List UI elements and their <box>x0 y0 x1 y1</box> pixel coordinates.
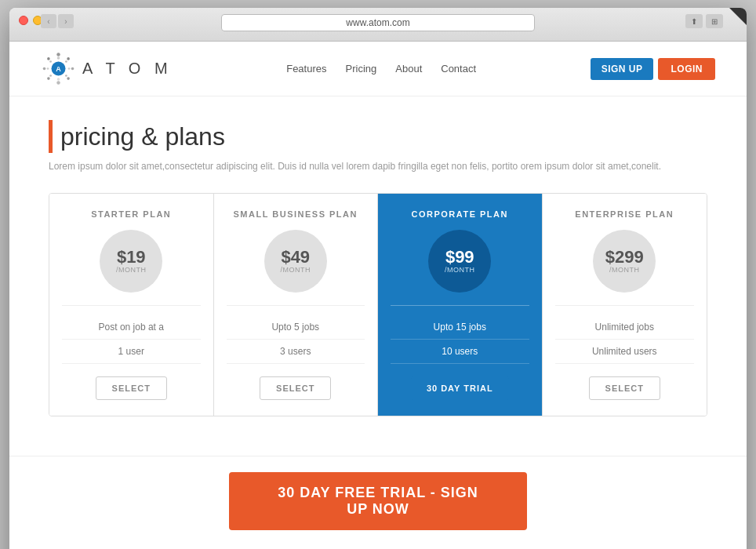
page-subtitle: Lorem ipsum dolor sit amet,consectetur a… <box>49 159 707 174</box>
page-title: pricing & plans <box>60 122 225 151</box>
svg-point-0 <box>56 53 60 56</box>
plan-corporate: CORPORATE PLAN $99 /MONTH Upto 15 jobs 1… <box>378 194 543 416</box>
browser-nav-arrows: ‹ › <box>41 14 74 28</box>
svg-text:A: A <box>56 65 61 73</box>
svg-point-10 <box>68 67 71 70</box>
plans-container: STARTER PLAN $19 /MONTH Post on job at a… <box>49 193 707 416</box>
logo-area: A A T O M <box>41 51 173 86</box>
plan-starter-feature-1: 1 user <box>62 340 201 364</box>
plan-enterprise-period: /MONTH <box>609 266 640 274</box>
pricing-section: pricing & plans Lorem ipsum dolor sit am… <box>9 96 747 456</box>
cta-button[interactable]: 30 DAY FREE TRIAL - SIGN UP NOW <box>229 472 527 530</box>
nav-links: Features Pricing About Contact <box>286 63 476 75</box>
nav-buttons: SIGN UP LOGIN <box>591 58 715 80</box>
browser-chrome: ‹ › www.atom.com ⬆ ⊞ <box>9 8 747 42</box>
plan-enterprise-btn[interactable]: SELECT <box>589 376 660 400</box>
svg-point-7 <box>47 57 50 60</box>
logo-text: A T O M <box>82 60 173 78</box>
page-content: A A T O M Features Pricing About Contact… <box>9 42 747 549</box>
plan-enterprise: ENTERPRISE PLAN $299 /MONTH Unlimited jo… <box>543 194 707 416</box>
plan-small-business-name: SMALL BUSINESS PLAN <box>227 209 365 219</box>
forward-arrow[interactable]: › <box>58 14 74 28</box>
close-button[interactable] <box>19 16 28 25</box>
svg-point-12 <box>57 78 60 81</box>
plan-enterprise-feature-1: Unlimited users <box>555 340 695 364</box>
plan-starter: STARTER PLAN $19 /MONTH Post on job at a… <box>49 194 214 416</box>
svg-point-3 <box>67 77 70 80</box>
plan-small-business: SMALL BUSINESS PLAN $49 /MONTH Upto 5 jo… <box>214 194 379 416</box>
plan-corporate-name: CORPORATE PLAN <box>391 209 529 219</box>
plan-corporate-divider <box>391 305 529 306</box>
nav-pricing[interactable]: Pricing <box>346 63 377 75</box>
cta-section: 30 DAY FREE TRIAL - SIGN UP NOW <box>9 456 747 546</box>
plan-enterprise-divider <box>555 305 695 306</box>
browser-nav: www.atom.com <box>19 14 737 31</box>
plan-starter-feature-0: Post on job at a <box>62 315 201 340</box>
plan-small-business-feature-0: Upto 5 jobs <box>227 315 365 340</box>
nav-contact[interactable]: Contact <box>441 63 476 75</box>
svg-point-6 <box>43 67 46 71</box>
plan-starter-period: /MONTH <box>116 266 147 274</box>
title-accent-bar <box>49 120 53 153</box>
svg-point-14 <box>47 67 49 70</box>
login-button[interactable]: LOGIN <box>658 58 715 80</box>
plan-corporate-period: /MONTH <box>445 266 475 274</box>
signup-button[interactable]: SIGN UP <box>591 58 654 80</box>
site-nav: A A T O M Features Pricing About Contact… <box>9 42 747 96</box>
browser-actions: ⬆ ⊞ <box>685 14 723 28</box>
plan-corporate-feature-1: 10 users <box>391 340 529 364</box>
plan-enterprise-price: $299 <box>605 249 644 266</box>
plan-starter-btn[interactable]: SELECT <box>96 376 167 400</box>
plan-small-business-period: /MONTH <box>281 266 311 274</box>
svg-point-15 <box>49 60 52 63</box>
plan-enterprise-price-circle: $299 /MONTH <box>593 230 656 293</box>
atom-logo-icon: A <box>41 51 76 86</box>
svg-point-5 <box>47 77 50 80</box>
plan-enterprise-name: ENTERPRISE PLAN <box>555 209 695 219</box>
svg-point-8 <box>57 56 60 60</box>
page-title-area: pricing & plans <box>49 120 707 153</box>
plan-starter-price-circle: $19 /MONTH <box>100 230 162 293</box>
svg-point-9 <box>65 60 67 63</box>
plan-enterprise-feature-0: Unlimited jobs <box>555 315 695 340</box>
plan-small-business-btn[interactable]: SELECT <box>260 376 331 400</box>
address-bar[interactable]: www.atom.com <box>221 14 535 31</box>
plan-starter-divider <box>62 305 201 306</box>
svg-point-2 <box>71 67 75 71</box>
nav-about[interactable]: About <box>395 63 422 75</box>
plan-small-business-price: $49 <box>281 249 310 266</box>
svg-point-11 <box>65 75 67 77</box>
plan-corporate-price-circle: $99 /MONTH <box>428 230 491 293</box>
plan-starter-name: STARTER PLAN <box>62 209 201 219</box>
plan-small-business-price-circle: $49 /MONTH <box>264 230 327 293</box>
svg-point-4 <box>56 81 60 85</box>
svg-point-13 <box>49 75 52 77</box>
plan-corporate-btn[interactable]: 30 DAY TRIAL <box>411 376 509 400</box>
new-tab-icon[interactable]: ⊞ <box>706 14 723 28</box>
back-arrow[interactable]: ‹ <box>41 14 56 28</box>
browser-window: ‹ › www.atom.com ⬆ ⊞ <box>9 8 747 549</box>
svg-point-1 <box>67 57 70 60</box>
plan-corporate-feature-0: Upto 15 jobs <box>391 315 529 340</box>
share-icon[interactable]: ⬆ <box>685 14 703 28</box>
plan-small-business-feature-1: 3 users <box>227 340 365 364</box>
nav-features[interactable]: Features <box>286 63 326 75</box>
plan-small-business-divider <box>227 305 365 306</box>
plan-starter-price: $19 <box>117 249 146 266</box>
plan-corporate-price: $99 <box>445 249 474 266</box>
